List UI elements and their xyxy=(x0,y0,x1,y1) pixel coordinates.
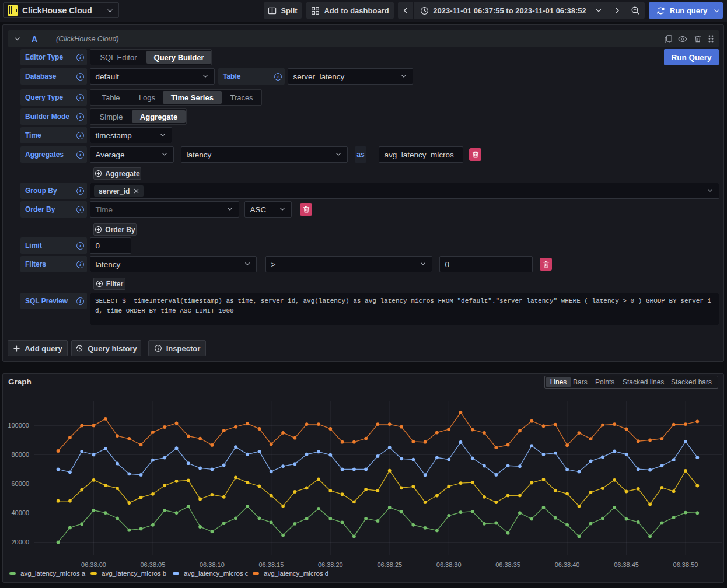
svg-text:06:38:40: 06:38:40 xyxy=(555,561,580,568)
svg-text:60000: 60000 xyxy=(11,480,29,487)
svg-text:40000: 40000 xyxy=(11,509,29,516)
svg-text:06:38:15: 06:38:15 xyxy=(258,561,284,568)
svg-text:06:38:05: 06:38:05 xyxy=(140,561,165,568)
svg-text:06:38:35: 06:38:35 xyxy=(495,561,520,568)
svg-text:06:38:20: 06:38:20 xyxy=(318,561,343,568)
svg-text:06:38:30: 06:38:30 xyxy=(436,561,462,568)
svg-text:06:38:50: 06:38:50 xyxy=(673,561,698,568)
svg-text:06:38:10: 06:38:10 xyxy=(200,561,225,568)
svg-text:06:38:45: 06:38:45 xyxy=(614,561,639,568)
svg-text:100000: 100000 xyxy=(8,422,29,429)
svg-text:80000: 80000 xyxy=(11,451,29,458)
svg-text:06:38:25: 06:38:25 xyxy=(377,561,402,568)
svg-text:06:38:00: 06:38:00 xyxy=(81,561,106,568)
svg-text:20000: 20000 xyxy=(11,538,29,545)
